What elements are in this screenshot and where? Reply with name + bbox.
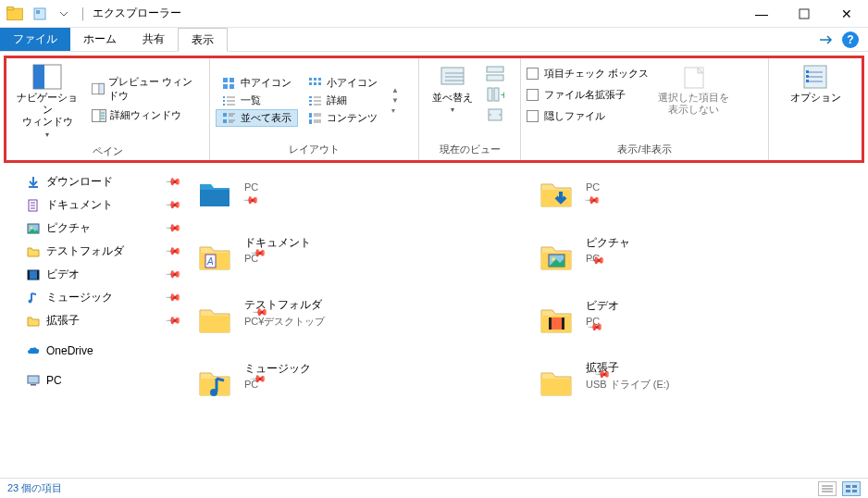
help-icon[interactable]: ? [842, 31, 859, 48]
tab-share[interactable]: 共有 [130, 28, 178, 51]
nav-item[interactable]: OneDrive [0, 340, 185, 362]
layout-expand[interactable]: ▾ [391, 106, 399, 115]
nav-item[interactable]: 拡張子📌 [0, 309, 185, 332]
layout-scroll-down[interactable]: ▼ [391, 96, 399, 105]
svg-rect-42 [309, 113, 312, 118]
preview-pane-button[interactable]: プレビュー ウィンドウ [88, 73, 204, 105]
tab-view[interactable]: 表示 [178, 28, 228, 52]
svg-rect-75 [31, 384, 36, 386]
checkbox-hidden-items[interactable]: 隠しファイル [527, 108, 649, 124]
svg-rect-4 [800, 9, 809, 19]
pin-icon: 📌 [164, 266, 181, 283]
svg-rect-28 [223, 104, 225, 106]
item-pane[interactable]: PC📌PC📌AドキュメントPC📌ピクチャPC📌テストフォルダPC¥デスクトップ📌… [185, 167, 868, 478]
explorer-icon [6, 5, 24, 23]
status-text: 23 個の項目 [7, 481, 62, 495]
navigation-pane-button[interactable]: ナビゲーション ウィンドウ ▾ [12, 60, 82, 143]
view-large-button[interactable] [842, 481, 861, 496]
pin-icon: 📌 [164, 312, 181, 330]
svg-rect-6 [33, 65, 44, 89]
svg-rect-8 [99, 83, 105, 93]
music-icon [26, 291, 41, 305]
folder-icon [26, 244, 41, 259]
nav-item[interactable]: ピクチャ📌 [0, 217, 185, 240]
qat-properties[interactable] [30, 4, 50, 24]
nav-item-label: ビデオ [46, 267, 80, 282]
sort-by-button[interactable]: 並べ替え ▾ [425, 60, 480, 118]
layout-small-icons[interactable]: 小アイコン [302, 74, 384, 92]
svg-rect-36 [223, 113, 227, 117]
status-bar: 23 個の項目 [0, 478, 868, 498]
svg-rect-89 [846, 490, 850, 492]
svg-rect-18 [309, 78, 312, 81]
tab-home[interactable]: ホーム [70, 28, 130, 51]
options-button[interactable]: オプション [787, 60, 845, 107]
file-tile[interactable]: ミュージックPC📌 [194, 355, 517, 409]
tile-subtitle: PC [244, 181, 258, 193]
tile-title: ビデオ [586, 298, 619, 314]
group-by-icon[interactable] [486, 66, 504, 82]
size-columns-icon[interactable] [486, 106, 504, 123]
file-tile[interactable]: ピクチャPC📌 [536, 230, 859, 283]
layout-content[interactable]: コンテンツ [302, 109, 384, 127]
tab-file[interactable]: ファイル [0, 28, 70, 51]
nav-item[interactable]: ダウンロード📌 [0, 170, 185, 193]
checkbox-item-checkboxes[interactable]: 項目チェック ボックス [527, 66, 649, 81]
nav-item[interactable]: ドキュメント📌 [0, 193, 185, 217]
picture-folder-icon [536, 236, 577, 277]
qat-dropdown[interactable] [54, 4, 74, 24]
onedrive-icon [26, 343, 41, 358]
svg-rect-3 [36, 10, 40, 14]
file-tile[interactable]: PC📌 [194, 167, 517, 220]
nav-item[interactable]: ビデオ📌 [0, 263, 185, 286]
content-area: ダウンロード📌ドキュメント📌ピクチャ📌テストフォルダ📌ビデオ📌ミュージック📌拡張… [0, 167, 868, 478]
details-pane-label: 詳細ウィンドウ [110, 108, 181, 122]
chevron-down-icon: ▾ [451, 106, 454, 115]
svg-rect-1 [7, 6, 14, 9]
view-details-button[interactable] [818, 481, 837, 496]
nav-item[interactable]: PC [0, 369, 185, 392]
file-tile[interactable]: AドキュメントPC📌 [194, 230, 517, 283]
file-tile[interactable]: テストフォルダPC¥デスクトップ📌 [194, 293, 517, 346]
layout-details[interactable]: 詳細 [302, 92, 384, 109]
maximize-button[interactable] [783, 0, 825, 28]
navigation-tree[interactable]: ダウンロード📌ドキュメント📌ピクチャ📌テストフォルダ📌ビデオ📌ミュージック📌拡張… [0, 167, 185, 478]
video-folder-icon [536, 299, 577, 340]
svg-rect-74 [28, 376, 39, 383]
group-options-label [775, 143, 856, 158]
svg-rect-21 [309, 82, 312, 85]
checkbox-file-extensions[interactable]: ファイル名拡張子 [527, 87, 649, 103]
checkbox-file-extensions-label: ファイル名拡張子 [544, 88, 626, 102]
nav-item[interactable]: テストフォルダ📌 [0, 240, 185, 263]
layout-list[interactable]: 一覧 [216, 92, 298, 109]
options-label: オプション [790, 92, 841, 104]
titlebar: │ エクスプローラー — ✕ [0, 0, 868, 28]
pc-icon [26, 373, 41, 388]
layout-medium-icons[interactable]: 中アイコン [216, 74, 298, 92]
sort-by-label: 並べ替え [432, 92, 473, 104]
nav-item[interactable]: ミュージック📌 [0, 286, 185, 309]
pin-icon: 📌 [164, 173, 181, 191]
folder-icon [194, 299, 235, 340]
pin-icon: 📌 [164, 243, 181, 260]
svg-rect-53 [487, 75, 503, 81]
layout-tiles[interactable]: 並べて表示 [216, 109, 298, 127]
hide-selected-button[interactable]: 選択した項目を 表示しない [654, 60, 733, 119]
file-tile[interactable]: ビデオPC📌 [536, 293, 859, 346]
nav-item-label: OneDrive [46, 344, 93, 357]
music-folder-icon [194, 362, 235, 403]
file-tile[interactable]: 拡張子USB ドライブ (E:)📌 [536, 355, 859, 409]
pin-ribbon-icon[interactable] [818, 34, 835, 45]
nav-item-label: テストフォルダ [46, 243, 124, 259]
layout-scroll-up[interactable]: ▲ [391, 86, 399, 94]
svg-rect-45 [309, 119, 312, 124]
minimize-button[interactable]: — [740, 0, 783, 28]
pin-icon: 📌 [164, 219, 181, 237]
details-pane-button[interactable]: 詳細ウィンドウ [88, 106, 204, 124]
file-tile[interactable]: PC📌 [536, 167, 859, 220]
doc-folder-icon: A [194, 236, 235, 277]
add-columns-icon[interactable]: + [486, 86, 504, 103]
close-button[interactable]: ✕ [825, 0, 868, 28]
ribbon-view: ナビゲーション ウィンドウ ▾ プレビュー ウィンドウ 詳細ウィンドウ ペイン … [4, 56, 864, 163]
group-showhide-label: 表示/非表示 [527, 141, 763, 158]
